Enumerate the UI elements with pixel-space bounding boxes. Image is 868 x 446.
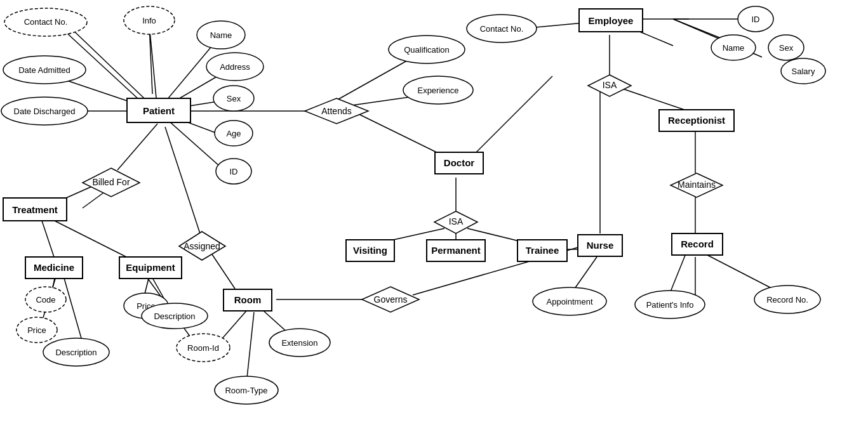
maintains-label: Maintains xyxy=(678,180,716,190)
contact-no-label: Contact No. xyxy=(24,17,68,27)
svg-line-17 xyxy=(165,127,200,233)
doctor-label: Doctor xyxy=(444,157,474,168)
equipment-label: Equipment xyxy=(126,262,175,273)
receptionist-label: Receptionist xyxy=(668,115,725,126)
medicine-desc-label: Description xyxy=(55,348,97,357)
medicine-price-label: Price xyxy=(27,325,46,335)
svg-line-19 xyxy=(41,219,54,257)
governs-label: Governs xyxy=(374,294,408,305)
employee-name-label: Name xyxy=(723,43,745,53)
svg-line-20 xyxy=(51,219,130,259)
svg-line-36 xyxy=(467,76,552,162)
age-label: Age xyxy=(226,129,241,138)
sex-label: Sex xyxy=(227,94,241,103)
record-no-label: Record No. xyxy=(766,295,808,305)
assigned-label: Assigned xyxy=(184,241,220,251)
info-label: Info xyxy=(142,16,156,25)
svg-line-18 xyxy=(210,251,235,289)
extension-label: Extension xyxy=(281,338,317,348)
appointment-label: Appointment xyxy=(547,297,593,306)
trainee-label: Trainee xyxy=(526,245,559,256)
employee-id-label: ID xyxy=(752,15,760,24)
er-diagram: Patient Employee Treatment Medicine Equi… xyxy=(0,0,868,446)
room-label: Room xyxy=(234,294,262,305)
experience-label: Experience xyxy=(417,86,458,95)
date-discharged-label: Date Discharged xyxy=(14,107,76,116)
patient-name-label: Name xyxy=(210,30,232,40)
nurse-label: Nurse xyxy=(587,240,614,251)
svg-line-47 xyxy=(670,254,686,293)
attends-label: Attends xyxy=(321,106,351,116)
employee-isa-label: ISA xyxy=(603,80,617,90)
room-id-label: Room-Id xyxy=(187,343,219,353)
svg-line-39 xyxy=(619,88,684,110)
employee-sex-label: Sex xyxy=(779,43,794,53)
medicine-label: Medicine xyxy=(34,262,74,273)
equipment-desc-label: Description xyxy=(154,312,195,321)
code-label: Code xyxy=(36,295,55,305)
date-admitted-label: Date Admitted xyxy=(18,65,70,75)
address-label: Address xyxy=(220,62,250,72)
employee-contact-label: Contact No. xyxy=(480,24,524,34)
svg-line-23 xyxy=(63,276,83,343)
treatment-label: Treatment xyxy=(12,204,58,215)
qualification-label: Qualification xyxy=(404,45,450,55)
billed-for-label: Billed For xyxy=(92,177,130,187)
patients-info-label: Patient's Info xyxy=(646,300,694,310)
patient-id-label: ID xyxy=(230,167,238,176)
svg-line-14 xyxy=(117,124,157,170)
permanent-label: Permanent xyxy=(431,245,481,256)
record-label: Record xyxy=(681,239,714,249)
salary-label: Salary xyxy=(792,67,815,76)
patient-label: Patient xyxy=(143,105,175,116)
visiting-label: Visiting xyxy=(353,245,387,256)
svg-line-28 xyxy=(246,312,254,384)
room-type-label: Room-Type xyxy=(225,386,267,395)
doctor-isa-label: ISA xyxy=(449,216,464,226)
employee-label: Employee xyxy=(589,15,634,26)
